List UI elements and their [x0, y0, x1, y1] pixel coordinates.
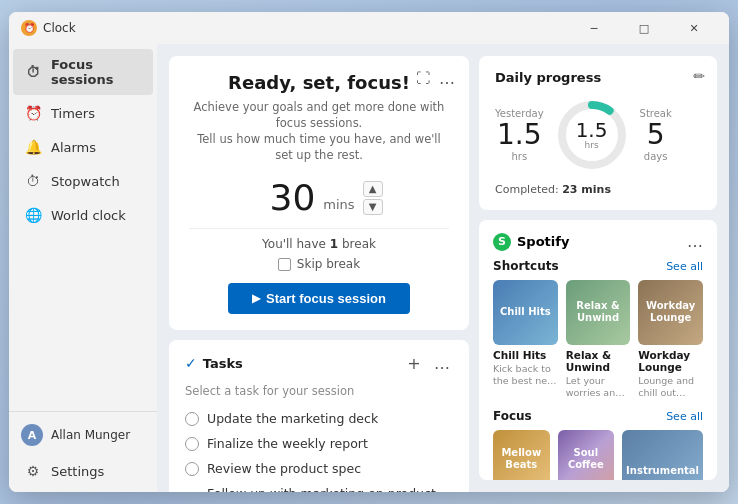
task-radio-2[interactable]	[185, 437, 199, 451]
playlist-item-chill-hits[interactable]: Chill Hits Chill Hits Kick back to the b…	[493, 280, 558, 399]
sidebar: ⏱ Focus sessions ⏰ Timers 🔔 Alarms ⏱ Sto…	[9, 44, 157, 492]
focus-card-menu-button[interactable]: …	[435, 66, 459, 90]
relax-unwind-thumb-label: Relax & Unwind	[566, 296, 631, 328]
task-item[interactable]: Review the product spec	[185, 456, 453, 481]
time-arrows: ▲ ▼	[363, 181, 383, 215]
focus-card: ⛶ … Ready, set, focus! Achieve your goal…	[169, 56, 469, 330]
close-button[interactable]: ✕	[671, 12, 717, 44]
sidebar-bottom: A Allan Munger ⚙ Settings	[9, 411, 157, 488]
playlist-thumb-relax-unwind: Relax & Unwind	[566, 280, 631, 345]
focus-description: Achieve your goals and get more done wit…	[189, 99, 449, 163]
user-name: Allan Munger	[51, 428, 130, 442]
timers-icon: ⏰	[25, 105, 41, 121]
skip-break-checkbox[interactable]	[278, 258, 291, 271]
playlist-item-workday-lounge[interactable]: Workday Lounge Workday Lounge Lounge and…	[638, 280, 703, 399]
shortcuts-section-header: Shortcuts See all	[493, 259, 703, 273]
task-item[interactable]: Update the marketing deck	[185, 406, 453, 431]
user-profile[interactable]: A Allan Munger	[9, 416, 157, 454]
time-unit: mins	[323, 197, 354, 218]
focus-header: Ready, set, focus!	[189, 72, 449, 93]
sidebar-item-alarms[interactable]: 🔔 Alarms	[13, 131, 153, 163]
tasks-icon: ✓	[185, 355, 197, 371]
right-panel: Daily progress ✏ Yesterday 1.5 hrs	[479, 56, 717, 480]
window-controls: ─ □ ✕	[571, 12, 717, 44]
sidebar-item-stopwatch[interactable]: ⏱ Stopwatch	[13, 165, 153, 197]
expand-button[interactable]: ⛶	[411, 66, 435, 90]
playlist-name-workday-lounge: Workday Lounge	[638, 349, 703, 373]
tasks-menu-button[interactable]: …	[431, 352, 453, 374]
workday-lounge-thumb-label: Workday Lounge	[638, 296, 703, 328]
progress-card: Daily progress ✏ Yesterday 1.5 hrs	[479, 56, 717, 210]
completed-prefix: Completed:	[495, 183, 562, 196]
streak-stat: Streak 5 days	[640, 108, 672, 162]
yesterday-unit: hrs	[511, 151, 527, 162]
main-content: ⛶ … Ready, set, focus! Achieve your goal…	[157, 44, 729, 492]
left-panel: ⛶ … Ready, set, focus! Achieve your goal…	[169, 56, 469, 480]
task-label-4: Follow up with marketing on product nami…	[207, 486, 453, 492]
focus-label: Focus	[493, 409, 532, 423]
playlist-thumb-soul-coffee: Soul Coffee	[558, 430, 615, 480]
time-increment-button[interactable]: ▲	[363, 181, 383, 197]
spotify-card: S Spotify … Shortcuts See all Chill Hits	[479, 220, 717, 480]
task-item[interactable]: Follow up with marketing on product nami…	[185, 481, 453, 492]
avatar: A	[21, 424, 43, 446]
task-item[interactable]: Finalize the weekly report	[185, 431, 453, 456]
app-body: ⏱ Focus sessions ⏰ Timers 🔔 Alarms ⏱ Sto…	[9, 44, 729, 492]
playlist-item-relax-unwind[interactable]: Relax & Unwind Relax & Unwind Let your w…	[566, 280, 631, 399]
tasks-header: ✓ Tasks + …	[185, 352, 453, 374]
task-radio-1[interactable]	[185, 412, 199, 426]
instrumental-study-thumb-label: Instrumental	[622, 461, 703, 480]
sidebar-item-label-alarms: Alarms	[51, 140, 96, 155]
sidebar-item-label-world-clock: World clock	[51, 208, 126, 223]
playlist-item-mellow-beats[interactable]: Mellow Beats Mellow. Beats Stay relaxed …	[493, 430, 550, 480]
sidebar-item-focus-sessions[interactable]: ⏱ Focus sessions	[13, 49, 153, 95]
alarms-icon: 🔔	[25, 139, 41, 155]
task-label-3: Review the product spec	[207, 461, 361, 476]
playlist-item-instrumental-study[interactable]: Instrumental Instrumental Study A soft m…	[622, 430, 703, 480]
break-info: You'll have 1 break	[189, 228, 449, 251]
completed-value: 23 mins	[562, 183, 611, 196]
app-icon: ⏰	[21, 20, 37, 36]
start-focus-session-button[interactable]: ▶ Start focus session	[228, 283, 410, 314]
chill-hits-thumb-label: Chill Hits	[496, 302, 555, 322]
donut-chart: 1.5 hrs	[552, 95, 632, 175]
titlebar: ⏰ Clock ─ □ ✕	[9, 12, 729, 44]
spotify-header: S Spotify …	[493, 232, 703, 251]
sidebar-item-settings[interactable]: ⚙ Settings	[13, 455, 153, 487]
task-radio-3[interactable]	[185, 462, 199, 476]
sidebar-item-label-settings: Settings	[51, 464, 104, 479]
yesterday-value: 1.5	[497, 121, 542, 149]
stopwatch-icon: ⏱	[25, 173, 41, 189]
shortcuts-label: Shortcuts	[493, 259, 559, 273]
tasks-card: ✓ Tasks + … Select a task for your sessi…	[169, 340, 469, 492]
see-all-shortcuts-button[interactable]: See all	[666, 260, 703, 273]
playlist-thumb-instrumental-study: Instrumental	[622, 430, 703, 480]
focus-sessions-icon: ⏱	[25, 64, 41, 80]
tasks-add-button[interactable]: +	[403, 352, 425, 374]
donut-center: 1.5 hrs	[576, 120, 608, 150]
see-all-focus-button[interactable]: See all	[666, 410, 703, 423]
time-decrement-button[interactable]: ▼	[363, 199, 383, 215]
time-value: 30	[255, 177, 315, 218]
world-clock-icon: 🌐	[25, 207, 41, 223]
window-title: Clock	[43, 21, 571, 35]
playlist-item-soul-coffee[interactable]: Soul Coffee Soul Coffee The tunes to eas…	[558, 430, 615, 480]
skip-break-label: Skip break	[297, 257, 360, 271]
daily-goal-value: 1.5	[576, 120, 608, 140]
maximize-button[interactable]: □	[621, 12, 667, 44]
playlist-desc-workday-lounge: Lounge and chill out music for your wor.…	[638, 375, 703, 400]
playlist-name-relax-unwind: Relax & Unwind	[566, 349, 631, 373]
completed-text: Completed: 23 mins	[495, 183, 701, 196]
tasks-title: Tasks	[203, 356, 397, 371]
spotify-title: Spotify	[517, 234, 681, 249]
sidebar-item-world-clock[interactable]: 🌐 World clock	[13, 199, 153, 231]
settings-icon: ⚙	[25, 463, 41, 479]
playlist-desc-chill-hits: Kick back to the best new and rece...	[493, 363, 558, 388]
sidebar-item-timers[interactable]: ⏰ Timers	[13, 97, 153, 129]
spotify-logo: S	[493, 233, 511, 251]
spotify-menu-button[interactable]: …	[687, 232, 703, 251]
streak-value: 5	[647, 121, 665, 149]
edit-button[interactable]: ✏	[693, 68, 705, 84]
minimize-button[interactable]: ─	[571, 12, 617, 44]
task-label-1: Update the marketing deck	[207, 411, 378, 426]
